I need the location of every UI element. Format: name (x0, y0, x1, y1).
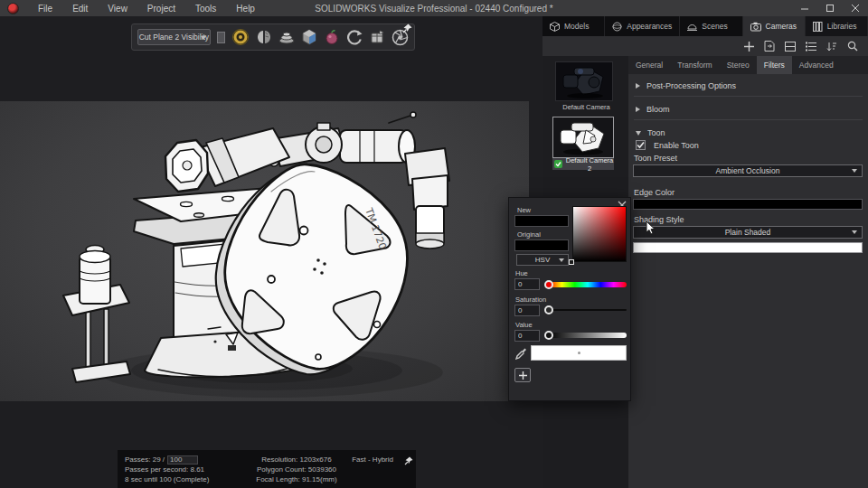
panel-tab-bar: Models Appearances Scenes Cameras Librar… (542, 16, 868, 36)
camera-item-default[interactable]: Default Camera (550, 61, 623, 111)
split-hemispheres-icon[interactable] (256, 28, 272, 46)
render-region[interactable]: TM 1720 (0, 101, 529, 401)
value-label: Value (515, 321, 533, 329)
pin-icon[interactable] (402, 21, 412, 37)
chevron-down-icon (852, 230, 857, 234)
edge-color-swatch[interactable] (633, 199, 863, 210)
list-view-icon[interactable] (805, 40, 817, 52)
tab-cameras[interactable]: Cameras (743, 16, 806, 36)
section-post-processing[interactable]: Post-Processing Options (636, 81, 736, 90)
section-toon[interactable]: Toon (636, 128, 665, 137)
polygon-count: Polygon Count: 5039360 (241, 465, 352, 474)
section-bloom[interactable]: Bloom (636, 105, 670, 114)
import-icon[interactable] (763, 40, 776, 52)
camera-thumbnail[interactable] (552, 117, 614, 158)
eyedropper-icon[interactable] (515, 347, 526, 361)
sphere-icon (612, 22, 622, 32)
chevron-down-icon (852, 169, 857, 173)
tab-models[interactable]: Models (542, 16, 605, 36)
camera-thumbnail[interactable] (555, 61, 613, 101)
pin-icon[interactable] (404, 453, 413, 469)
camera-item-default-2[interactable]: Default Camera 2 (550, 117, 623, 170)
add-icon[interactable] (742, 40, 755, 52)
subtab-stereo[interactable]: Stereo (720, 56, 757, 74)
passes-label: Passes: 29 / (125, 455, 165, 465)
menu-view[interactable]: View (98, 0, 137, 16)
enable-toon-row: Enable Toon (636, 140, 699, 150)
toon-preset-value: Ambient Occlusion (716, 166, 780, 175)
shading-style-value: Plain Shaded (725, 228, 771, 237)
hue-input[interactable] (514, 278, 540, 290)
color-mode-dropdown[interactable]: HSV (516, 254, 569, 266)
environment-cube-icon[interactable] (301, 28, 317, 46)
dome-icon (687, 22, 697, 32)
color-mode-value: HSV (535, 256, 550, 264)
hue-slider[interactable] (549, 282, 627, 287)
saturation-input[interactable] (514, 305, 540, 316)
menu-help[interactable]: Help (226, 0, 265, 16)
resolution-readout: Resolution: 1203x676 (241, 455, 352, 465)
toon-preset-dropdown[interactable]: Ambient Occlusion (633, 164, 863, 177)
divider (634, 119, 863, 120)
card-view-icon[interactable] (784, 40, 797, 52)
value-slider[interactable] (549, 333, 627, 338)
tab-scenes[interactable]: Scenes (680, 16, 742, 36)
enable-toon-checkbox[interactable] (636, 140, 646, 150)
saturation-slider-knob[interactable] (544, 305, 553, 314)
turntable-rotate-icon[interactable] (346, 28, 363, 46)
cutplane-toggle-swatch[interactable] (217, 32, 225, 43)
package-export-icon[interactable] (369, 28, 385, 46)
library-icon (813, 22, 823, 32)
search-icon[interactable] (846, 40, 859, 52)
cutplane-visibility-dropdown[interactable]: Cut Plane 2 Visibility (137, 29, 211, 45)
subtab-general[interactable]: General (628, 56, 670, 74)
appearance-fruit-icon[interactable] (324, 28, 340, 46)
menu-file[interactable]: File (28, 0, 62, 16)
minimize-icon[interactable] (792, 0, 817, 16)
value-slider-knob[interactable] (544, 331, 553, 340)
add-swatch-button[interactable] (514, 368, 531, 382)
panel-action-bar (542, 36, 868, 56)
scene-layers-icon[interactable] (278, 28, 295, 46)
color-bar-handle (578, 352, 580, 354)
passes-total-input[interactable] (167, 455, 198, 465)
tab-appearances[interactable]: Appearances (605, 16, 680, 36)
menu-project[interactable]: Project (137, 0, 185, 16)
saturation-value-square[interactable] (572, 206, 627, 262)
render-status-overlay: Passes: 29 / Passes per second: 8.61 8 s… (118, 450, 416, 488)
subtab-advanced[interactable]: Advanced (792, 56, 841, 74)
camera-subtab-bar: General Transform Stereo Filters Advance… (628, 56, 868, 74)
close-icon[interactable] (843, 0, 868, 16)
value-input[interactable] (514, 330, 540, 342)
active-camera-check-icon (554, 160, 562, 168)
color-picker-dialog: New Original HSV Hue Saturation Value (508, 197, 631, 401)
3d-viewport[interactable]: TM 1720 Cut Plane 2 Visibility (0, 16, 542, 488)
menu-edit[interactable]: Edit (62, 0, 98, 16)
saturation-slider[interactable] (549, 309, 627, 311)
expand-arrow-icon (636, 83, 640, 89)
shading-style-label: Shading Style (634, 215, 684, 224)
subtab-transform[interactable]: Transform (670, 56, 719, 74)
focal-length: Focal Length: 91.15(mm) (241, 474, 352, 484)
camera-icon (750, 22, 761, 32)
camera-label: Default Camera 2 (565, 156, 614, 173)
current-color-bar[interactable] (531, 345, 627, 361)
saturation-label: Saturation (515, 296, 546, 304)
toon-model-render: TM 1720 (0, 101, 529, 401)
title-bar: File Edit View Project Tools Help SOLIDW… (0, 0, 868, 16)
shading-style-dropdown[interactable]: Plain Shaded (633, 226, 863, 239)
new-color-label: New (517, 206, 531, 214)
chevron-down-icon (201, 36, 206, 40)
render-eta: 8 sec until 100 (Complete) (125, 474, 241, 484)
gold-target-icon[interactable] (231, 28, 250, 46)
shading-color-swatch[interactable] (633, 242, 863, 253)
chevron-down-icon (559, 258, 564, 262)
toon-preset-label: Toon Preset (634, 154, 677, 163)
maximize-icon[interactable] (817, 0, 843, 16)
sort-icon[interactable] (826, 40, 838, 52)
menu-tools[interactable]: Tools (185, 0, 226, 16)
subtab-filters[interactable]: Filters (757, 56, 792, 74)
sv-picker-handle[interactable] (569, 259, 574, 265)
hue-slider-knob[interactable] (544, 280, 553, 289)
tab-libraries[interactable]: Libraries (806, 16, 868, 36)
